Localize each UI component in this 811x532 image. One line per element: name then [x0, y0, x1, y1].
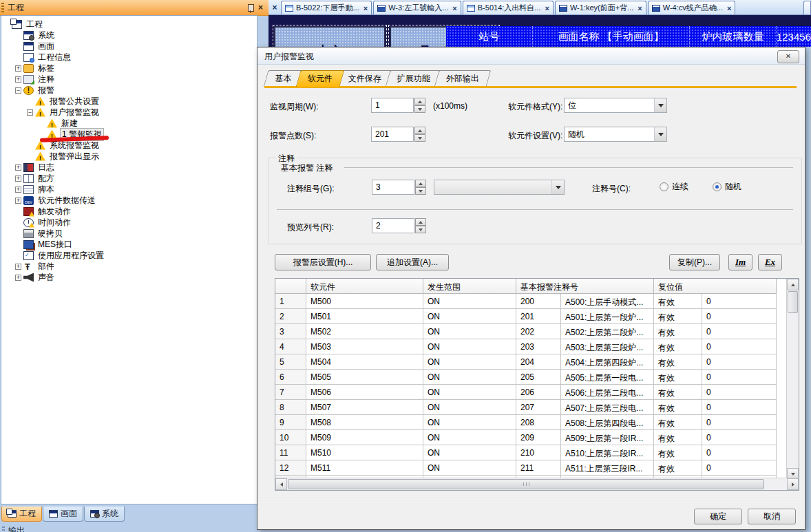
tree-item[interactable]: 标签	[1, 63, 257, 74]
reset-value-cell[interactable]: 0	[702, 370, 777, 385]
comment-cell[interactable]: A508:上层第四段电...	[561, 415, 654, 430]
import-button[interactable]: Im	[728, 254, 752, 270]
pin-icon[interactable]	[248, 4, 254, 12]
horizontal-scrollbar[interactable]	[275, 478, 799, 490]
tree-item[interactable]: 工程	[1, 19, 257, 30]
dialog-tab[interactable]: 文件保存	[337, 70, 394, 87]
tree-item[interactable]: 画面	[1, 41, 257, 52]
reset-cell[interactable]: 有效	[654, 309, 702, 324]
device-cell[interactable]: M504	[306, 354, 423, 370]
horizontal-scroll-thumb[interactable]	[288, 479, 764, 489]
tree-expander-icon[interactable]	[15, 32, 21, 39]
comment-no-cell[interactable]: 209	[516, 430, 561, 445]
reset-cell[interactable]: 有效	[654, 385, 702, 400]
scroll-right-icon[interactable]	[787, 478, 799, 490]
range-cell[interactable]: ON	[423, 385, 516, 400]
panel-tab[interactable]: 系统	[84, 507, 125, 522]
comment-no-cell[interactable]: 211	[516, 460, 561, 476]
col-header-reset[interactable]: 复位值	[654, 279, 777, 294]
tree-expander-icon[interactable]	[27, 142, 33, 149]
comment-cell[interactable]: A500:上层手动模式...	[561, 294, 654, 309]
tree-expander-icon[interactable]	[15, 54, 21, 61]
dialog-titlebar[interactable]: 用户报警监视 ✕	[257, 47, 805, 65]
tree-expander-icon[interactable]	[15, 264, 21, 270]
comment-no-cell[interactable]: 206	[516, 385, 561, 400]
hmi-glass-count-label[interactable]: 炉内玻璃数量	[690, 26, 777, 47]
spin-down-button[interactable]	[415, 187, 426, 195]
comment-cell[interactable]: A511:上层第三段IR...	[561, 460, 654, 476]
document-tab[interactable]: W-3:左工號輸入... ×	[373, 1, 461, 14]
tree-expander-icon[interactable]	[15, 76, 21, 83]
preview-column-value[interactable]: 2	[372, 218, 414, 233]
tree-expander-icon[interactable]	[39, 120, 45, 127]
tree-item[interactable]: 声音	[1, 272, 257, 283]
spin-down-button[interactable]	[415, 226, 426, 233]
tree-expander-icon[interactable]	[15, 87, 21, 94]
comment-cell[interactable]: A506:上层第二段电...	[561, 385, 654, 400]
comment-cell[interactable]: A510:上层第二段IR...	[561, 445, 654, 460]
tab-close-icon[interactable]: ×	[638, 4, 642, 12]
cycle-value[interactable]: 1	[371, 98, 414, 113]
comment-no-cell[interactable]: 205	[516, 370, 561, 385]
tree-expander-icon[interactable]	[15, 275, 21, 281]
tree-item[interactable]: 系统报警监视	[1, 140, 257, 151]
range-cell[interactable]: ON	[423, 354, 516, 370]
col-header-comment-no[interactable]: 基本报警注释号	[516, 279, 654, 294]
tree-item[interactable]: 触发动作	[1, 206, 257, 217]
comment-cell[interactable]: A504:上层第四段炉...	[561, 354, 654, 370]
comment-no-cell[interactable]: 200	[516, 294, 561, 309]
range-cell[interactable]: ON	[423, 370, 516, 385]
tree-item[interactable]: 硬拷贝	[1, 228, 257, 239]
tree-expander-icon[interactable]	[15, 253, 21, 259]
range-cell[interactable]: ON	[423, 294, 516, 309]
tree-item[interactable]: 注释	[1, 74, 257, 85]
preview-column-spinner[interactable]: 2	[372, 218, 426, 233]
vertical-scroll-thumb[interactable]	[788, 291, 798, 313]
chevron-down-icon[interactable]	[551, 180, 564, 194]
comment-no-cell[interactable]: 208	[516, 415, 561, 430]
spin-down-button[interactable]	[414, 134, 425, 142]
tree-item[interactable]: 1 警報監視	[1, 129, 257, 140]
spin-up-button[interactable]	[415, 180, 426, 187]
reset-cell[interactable]: 有效	[654, 445, 702, 460]
tree-item[interactable]: 配方	[1, 173, 257, 184]
range-cell[interactable]: ON	[423, 415, 516, 430]
panel-grip-handle[interactable]	[1, 3, 4, 12]
tree-expander-icon[interactable]	[27, 153, 33, 160]
col-header-rowno[interactable]	[275, 279, 306, 294]
comment-no-cell[interactable]: 204	[516, 354, 561, 370]
range-cell[interactable]: ON	[423, 460, 516, 476]
scroll-up-icon[interactable]	[787, 279, 799, 290]
comment-cell[interactable]: A501:上层第一段炉...	[561, 309, 654, 324]
hmi-header-bar[interactable]: 站号 画面名称 【手动画面】 炉内玻璃数量 123456	[446, 26, 811, 47]
vertical-scrollbar[interactable]	[786, 279, 799, 480]
reset-value-cell[interactable]: 0	[702, 430, 777, 445]
radio-random[interactable]: 随机	[713, 181, 741, 193]
tabbar-close-icon[interactable]: ×	[270, 2, 280, 13]
panel-grip-handle[interactable]	[2, 526, 5, 532]
tree-item[interactable]: 报警	[1, 85, 257, 96]
tree-item[interactable]: 报警弹出显示	[1, 151, 257, 162]
device-cell[interactable]: M507	[306, 400, 423, 415]
device-format-combo[interactable]: 位	[564, 98, 667, 113]
reset-cell[interactable]: 有效	[654, 354, 702, 370]
radio-continuous[interactable]: 连续	[660, 181, 688, 193]
alarm-points-spinner[interactable]: 201	[371, 127, 425, 142]
document-tab-partial[interactable]	[803, 1, 811, 14]
reset-cell[interactable]: 有效	[654, 294, 702, 309]
tree-expander-icon[interactable]	[15, 242, 21, 248]
tree-expander-icon[interactable]	[15, 231, 21, 237]
hmi-station-label[interactable]: 站号	[446, 26, 533, 47]
reset-value-cell[interactable]: 0	[702, 354, 777, 370]
comment-group-combo[interactable]	[434, 180, 565, 195]
comment-no-cell[interactable]: 210	[516, 445, 561, 460]
screen-canvas[interactable]: 中文 English 站号 画面名称 【手动画面】 炉内玻璃数量 123456	[268, 15, 811, 47]
reset-value-cell[interactable]: 0	[702, 445, 777, 460]
tree-item[interactable]: 日志	[1, 162, 257, 173]
comment-cell[interactable]: A505:上层第一段电...	[561, 370, 654, 385]
reset-value-cell[interactable]: 0	[702, 400, 777, 415]
comment-no-cell[interactable]: 207	[516, 400, 561, 415]
tab-close-icon[interactable]: ×	[727, 4, 731, 12]
tree-item[interactable]: 脚本	[1, 184, 257, 195]
spin-up-button[interactable]	[414, 127, 425, 134]
